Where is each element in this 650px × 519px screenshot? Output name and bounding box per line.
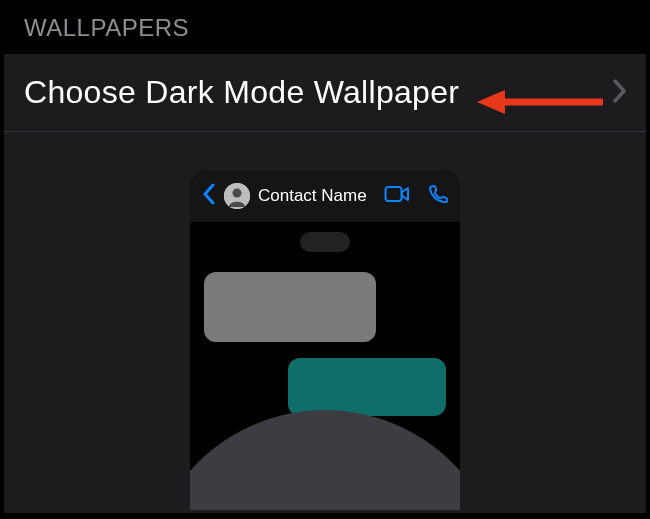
date-pill	[300, 232, 350, 252]
chat-header: Contact Name	[190, 170, 460, 222]
menu-row-right	[612, 78, 628, 108]
section-header-wallpapers: WALLPAPERS	[0, 0, 650, 54]
chat-body	[190, 222, 460, 510]
wallpaper-preview-area: Contact Name	[4, 132, 646, 510]
outgoing-message-bubble	[288, 358, 446, 416]
voice-call-icon	[428, 184, 448, 208]
svg-point-1	[233, 189, 242, 198]
incoming-message-bubble	[204, 272, 376, 342]
phone-preview: Contact Name	[190, 170, 460, 510]
menu-row-title: Choose Dark Mode Wallpaper	[24, 74, 459, 111]
panel: Choose Dark Mode Wallpaper Contact Name	[4, 54, 646, 513]
back-icon	[202, 183, 216, 209]
wallpaper-pattern-shape	[190, 410, 460, 510]
chevron-right-icon	[612, 78, 628, 108]
choose-dark-mode-wallpaper-row[interactable]: Choose Dark Mode Wallpaper	[4, 54, 646, 132]
contact-name: Contact Name	[258, 186, 367, 206]
chat-header-left: Contact Name	[202, 183, 367, 209]
avatar-icon	[224, 183, 250, 209]
chat-header-right	[384, 184, 448, 208]
svg-rect-2	[386, 187, 402, 201]
video-call-icon	[384, 185, 410, 207]
